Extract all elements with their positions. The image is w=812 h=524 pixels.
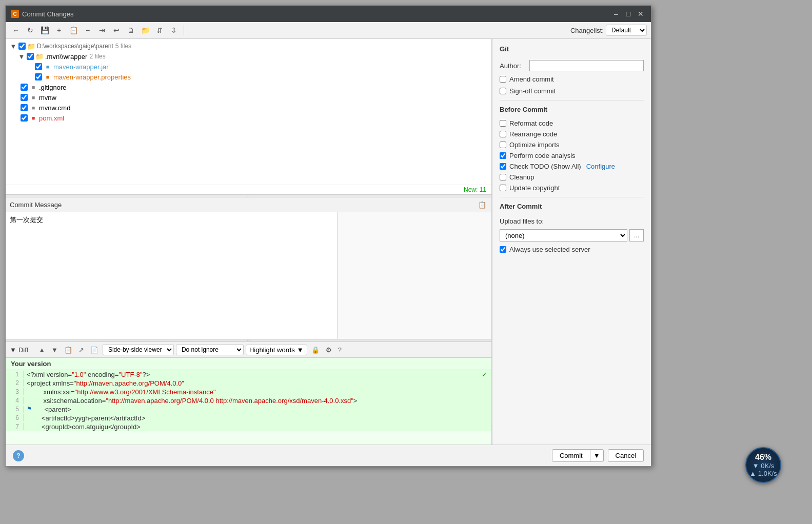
remove-button[interactable]: − (82, 24, 94, 36)
diff-title-label: Diff (18, 346, 28, 354)
help-button[interactable]: ? (13, 450, 24, 461)
diff-ignore-select[interactable]: Do not ignore Ignore whitespace (176, 344, 244, 355)
sign-off-row[interactable]: Sign-off commit (500, 87, 644, 95)
tree-mvnw-label: mvnw (39, 94, 56, 102)
expand-button[interactable]: ⇵ (153, 24, 166, 36)
diff-toggle[interactable]: ▼ (10, 346, 16, 354)
tree-item-jar[interactable]: ■ maven-wrapper.jar (6, 62, 491, 72)
cleanup-row[interactable]: Cleanup (500, 173, 644, 181)
author-input[interactable] (529, 60, 644, 71)
tree-toggle-parent[interactable]: ▼ (10, 43, 17, 50)
perform-code-analysis-checkbox[interactable] (500, 152, 506, 159)
reformat-code-checkbox[interactable] (500, 120, 506, 127)
diff-expand-button[interactable]: ↗ (76, 345, 86, 355)
tree-wrapper-count: 2 files (89, 53, 105, 60)
tree-item-gitignore[interactable]: ■ .gitignore (6, 82, 491, 92)
tree-checkbox-pomxml[interactable] (21, 114, 28, 122)
diff-line-1: 1 <?xml version="1.0" encoding="UTF-8"?>… (6, 370, 491, 379)
save-button[interactable]: 💾 (38, 24, 51, 36)
folder-button[interactable]: 📁 (139, 24, 151, 36)
file-icon-mvnwcmd: ■ (29, 104, 37, 112)
refresh-button[interactable]: ↻ (24, 24, 36, 36)
diff-line-content-5: <parent> (37, 406, 71, 413)
tree-item-properties[interactable]: ■ maven-wrapper.properties (6, 72, 491, 82)
diff-line-num-1: 1 (6, 371, 24, 378)
tree-item-mvnwcmd[interactable]: ■ mvnw.cmd (6, 103, 491, 113)
commit-message-area: 第一次提交 (6, 212, 491, 339)
update-copyright-row[interactable]: Update copyright (500, 184, 644, 192)
network-widget: 46% ▼ 0K/s ▲ 1.0K/s (745, 447, 781, 483)
diff-collapse-button[interactable]: 📄 (88, 345, 101, 355)
diff-line-3: 3 xmlns:xsi="http://www.w3.org/2001/XMLS… (6, 388, 491, 396)
commit-message-input[interactable]: 第一次提交 (6, 212, 338, 339)
file-tree[interactable]: ▼ 📁 D:\workspaces\gaige\parent 5 files ▼… (6, 39, 491, 185)
update-copyright-checkbox[interactable] (500, 185, 506, 191)
commit-message-section: Commit Message 📋 第一次提交 (6, 197, 491, 339)
perform-code-analysis-row[interactable]: Perform code analysis (500, 152, 644, 159)
upload-select[interactable]: (none) (500, 229, 627, 241)
undo-button[interactable]: ↩ (110, 24, 123, 36)
navigate-left-button[interactable]: ← (10, 24, 22, 36)
cleanup-checkbox[interactable] (500, 174, 506, 180)
upload-browse-button[interactable]: ... (629, 229, 644, 241)
diff-prev-button[interactable]: ▲ (36, 345, 47, 355)
tree-checkbox-properties[interactable] (35, 73, 42, 80)
diff-highlight-button[interactable]: Highlight words ▼ (246, 345, 307, 355)
tree-wrapper-label: .mvn\\wrapper (45, 53, 87, 61)
indent-button[interactable]: ⇥ (96, 24, 108, 36)
diff-section: ▼ Diff ▲ ▼ 📋 ↗ 📄 Side-by-side viewer Uni… (6, 342, 491, 445)
minimize-button[interactable]: – (611, 9, 621, 19)
network-percent: 46% (755, 453, 771, 462)
changelist-select[interactable]: Default (606, 25, 647, 36)
add-button[interactable]: + (53, 24, 65, 36)
diff-viewer-select[interactable]: Side-by-side viewer Unified viewer (103, 344, 174, 355)
diff-lock-button[interactable]: 🔒 (309, 345, 322, 355)
check-todo-row[interactable]: Check TODO (Show All) Configure (500, 163, 644, 170)
tree-item-mvnw[interactable]: ■ mvnw (6, 92, 491, 103)
commit-dropdown-button[interactable]: ▼ (590, 450, 603, 461)
check-todo-checkbox[interactable] (500, 163, 506, 170)
tree-checkbox-parent[interactable] (18, 43, 26, 50)
commit-button[interactable]: Commit (552, 450, 590, 461)
tree-checkbox-mvnwcmd[interactable] (21, 104, 28, 111)
divider-1 (500, 100, 644, 100)
sign-off-checkbox[interactable] (500, 88, 506, 94)
always-use-row[interactable]: Always use selected server (500, 246, 644, 253)
diff-line-content-2: <project xmlns="http://maven.apache.org/… (27, 379, 184, 387)
always-use-checkbox[interactable] (500, 246, 506, 253)
diff-title: ▼ Diff (10, 346, 28, 354)
diff-line-content-3: xmlns:xsi="http://www.w3.org/2001/XMLSch… (27, 388, 216, 396)
tree-item-pomxml[interactable]: ■ pom.xml (6, 113, 491, 123)
close-button[interactable]: ✕ (636, 9, 646, 19)
cancel-button[interactable]: Cancel (608, 449, 644, 462)
reformat-code-row[interactable]: Reformat code (500, 119, 644, 127)
tree-checkbox-wrapper[interactable] (27, 53, 34, 60)
amend-commit-row[interactable]: Amend commit (500, 75, 644, 83)
commit-message-icon-button[interactable]: 📋 (477, 199, 487, 210)
redo-button[interactable]: 🗎 (125, 24, 137, 36)
after-commit-title: After Commit (500, 203, 644, 210)
optimize-imports-checkbox[interactable] (500, 142, 506, 148)
tree-item-parent[interactable]: ▼ 📁 D:\workspaces\gaige\parent 5 files (6, 41, 491, 51)
commit-message-label: Commit Message (10, 201, 62, 209)
optimize-imports-row[interactable]: Optimize imports (500, 141, 644, 149)
maximize-button[interactable]: □ (623, 9, 633, 19)
rearrange-code-checkbox[interactable] (500, 131, 506, 137)
collapse-button[interactable]: ⇳ (168, 24, 180, 36)
move-button[interactable]: 📋 (67, 24, 80, 36)
tree-checkbox-jar[interactable] (35, 63, 42, 70)
diff-gear-button[interactable]: ⚙ (324, 345, 334, 355)
configure-link[interactable]: Configure (586, 163, 615, 170)
diff-help-button[interactable]: ? (336, 345, 344, 355)
amend-commit-checkbox[interactable] (500, 76, 506, 83)
diff-copy-button[interactable]: 📋 (62, 345, 74, 355)
tree-toggle-wrapper[interactable]: ▼ (18, 53, 25, 60)
diff-next-button[interactable]: ▼ (49, 345, 60, 355)
diff-line-content-1: <?xml version="1.0" encoding="UTF-8"?> (27, 371, 150, 378)
rearrange-code-row[interactable]: Rearrange code (500, 130, 644, 138)
tree-checkbox-gitignore[interactable] (21, 84, 28, 91)
tree-item-wrapper-folder[interactable]: ▼ 📁 .mvn\\wrapper 2 files (6, 51, 491, 62)
tree-checkbox-mvnw[interactable] (21, 94, 28, 101)
diff-line-4: 4 xsi:schemaLocation="http://maven.apach… (6, 396, 491, 405)
file-icon-properties: ■ (44, 73, 52, 81)
